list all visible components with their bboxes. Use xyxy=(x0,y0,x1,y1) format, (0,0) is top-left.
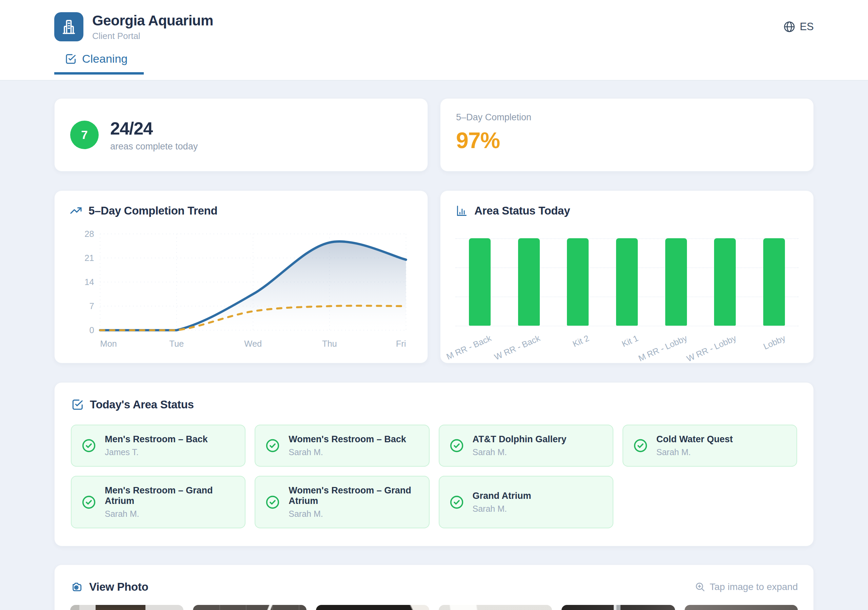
staff-name: Sarah M. xyxy=(656,447,733,457)
globe-icon xyxy=(783,20,796,33)
completion-percent: 97% xyxy=(456,127,798,153)
areas-complete-card: 7 24/24 areas complete today xyxy=(54,98,428,172)
status-grid: Men's Restroom – BackJames T.Women's Res… xyxy=(71,425,797,528)
camera-icon xyxy=(70,581,83,593)
photo-expand-hint: Tap image to expand xyxy=(695,582,798,592)
area-status-tile: Women's Restroom – BackSarah M. xyxy=(255,425,429,467)
bar-label: W RR - Lobby xyxy=(685,333,738,363)
bar-label: Kit 1 xyxy=(620,333,640,349)
completion-label: 5–Day Completion xyxy=(456,112,798,123)
trend-line-chart: 07142128MonTueWedThuFri xyxy=(70,220,412,353)
staff-name: Sarah M. xyxy=(288,447,406,457)
svg-text:Tue: Tue xyxy=(169,339,184,348)
svg-text:Wed: Wed xyxy=(244,339,262,348)
todays-area-status-card: Today's Area Status Men's Restroom – Bac… xyxy=(54,382,814,546)
photo-thumbnail-restroom-door[interactable] xyxy=(70,605,183,610)
trend-chart-card: 5–Day Completion Trend 07142128MonTueWed… xyxy=(54,190,428,363)
area-status-chart-card: Area Status Today M RR - BackW RR - Back… xyxy=(440,190,814,363)
svg-text:Thu: Thu xyxy=(322,339,337,348)
photo-thumbnail-dark-tile-wall[interactable] xyxy=(193,605,306,610)
check-circle-icon xyxy=(81,438,97,454)
main-content: 7 24/24 areas complete today 5–Day Compl… xyxy=(0,81,868,610)
area-status-chart-title: Area Status Today xyxy=(474,204,570,217)
brand-text: Georgia Aquarium Client Portal xyxy=(92,12,213,41)
check-circle-icon xyxy=(633,438,648,454)
page-title: Georgia Aquarium xyxy=(92,12,213,29)
bar-slot: M RR - Back xyxy=(469,238,491,326)
building-icon xyxy=(60,18,78,36)
staff-name: Sarah M. xyxy=(473,504,531,514)
svg-text:Mon: Mon xyxy=(100,339,117,348)
status-bar xyxy=(665,238,687,326)
bar-slot: Kit 2 xyxy=(567,238,589,326)
svg-text:7: 7 xyxy=(89,301,94,311)
staff-name: Sarah M. xyxy=(288,509,419,519)
status-bar xyxy=(763,238,785,326)
check-circle-icon xyxy=(81,494,97,510)
bar-label: W RR - Back xyxy=(493,333,542,362)
status-bar xyxy=(616,238,638,326)
trending-up-icon xyxy=(70,204,82,217)
page-subtitle: Client Portal xyxy=(92,31,213,41)
photo-thumbnail-sink-faucet[interactable] xyxy=(561,605,675,610)
bar-label: Lobby xyxy=(761,333,787,351)
view-photo-title: View Photo xyxy=(89,581,148,593)
staff-name: Sarah M. xyxy=(473,447,567,457)
tab-label: Cleaning xyxy=(82,52,127,65)
bar-label: M RR - Lobby xyxy=(637,333,689,363)
svg-text:14: 14 xyxy=(84,277,94,287)
bar-label: Kit 2 xyxy=(571,333,591,349)
bar-chart-icon xyxy=(456,204,468,217)
photo-thumbnail-tile-dispenser[interactable] xyxy=(685,605,798,610)
check-circle-icon xyxy=(449,494,465,510)
language-code: ES xyxy=(800,21,814,33)
areas-complete-ratio: 24/24 xyxy=(110,118,198,139)
brand-row: Georgia Aquarium Client Portal ES xyxy=(0,0,868,41)
check-square-icon xyxy=(71,398,84,411)
photo-expand-hint-text: Tap image to expand xyxy=(710,582,798,592)
status-bar xyxy=(714,238,736,326)
svg-text:21: 21 xyxy=(84,253,94,263)
area-name: Grand Atrium xyxy=(473,491,531,501)
app-logo xyxy=(54,12,84,41)
area-status-tile: Women's Restroom – Grand AtriumSarah M. xyxy=(255,476,429,528)
check-circle-icon xyxy=(265,494,281,510)
tab-bar: Cleaning xyxy=(0,52,868,74)
tab-cleaning[interactable]: Cleaning xyxy=(54,52,144,74)
areas-complete-caption: areas complete today xyxy=(110,141,198,152)
area-status-tile: Men's Restroom – Grand AtriumSarah M. xyxy=(71,476,245,528)
photo-thumbnail-ceiling-dispenser[interactable] xyxy=(316,605,429,610)
area-name: Cold Water Quest xyxy=(656,434,733,444)
bar-slot: W RR - Lobby xyxy=(714,238,736,326)
staff-name: James T. xyxy=(105,447,208,457)
five-day-completion-card: 5–Day Completion 97% xyxy=(440,98,814,172)
bar-slot: M RR - Lobby xyxy=(665,238,687,326)
language-switcher[interactable]: ES xyxy=(783,20,814,33)
check-square-icon xyxy=(64,53,77,65)
bar-slot: Lobby xyxy=(763,238,785,326)
status-bar xyxy=(567,238,589,326)
staff-name: Sarah M. xyxy=(105,509,235,519)
check-circle-icon xyxy=(265,438,281,454)
photo-thumbnail-bright-ceiling[interactable] xyxy=(439,605,552,610)
area-status-tile: Cold Water QuestSarah M. xyxy=(623,425,797,467)
zoom-in-icon xyxy=(695,582,705,592)
todays-area-status-title: Today's Area Status xyxy=(90,398,194,411)
svg-text:28: 28 xyxy=(84,229,94,238)
bar-slot: Kit 1 xyxy=(616,238,638,326)
area-status-bar-chart: M RR - BackW RR - BackKit 2Kit 1M RR - L… xyxy=(456,238,798,326)
status-bar xyxy=(469,238,491,326)
area-status-tile: Men's Restroom – BackJames T. xyxy=(71,425,245,467)
view-photo-card: View Photo Tap image to expand xyxy=(54,565,814,610)
area-name: AT&T Dolphin Gallery xyxy=(473,434,567,444)
area-status-tile: AT&T Dolphin GallerySarah M. xyxy=(439,425,613,467)
svg-text:0: 0 xyxy=(89,325,94,335)
app-header: Georgia Aquarium Client Portal ES Cleani… xyxy=(0,0,868,81)
areas-count-badge: 7 xyxy=(70,121,99,149)
bar-label: M RR - Back xyxy=(445,333,493,362)
bar-slot: W RR - Back xyxy=(518,238,540,326)
area-name: Men's Restroom – Grand Atrium xyxy=(105,485,235,506)
trend-chart-title: 5–Day Completion Trend xyxy=(88,204,217,217)
svg-text:Fri: Fri xyxy=(396,339,406,348)
area-name: Women's Restroom – Grand Atrium xyxy=(288,485,419,506)
